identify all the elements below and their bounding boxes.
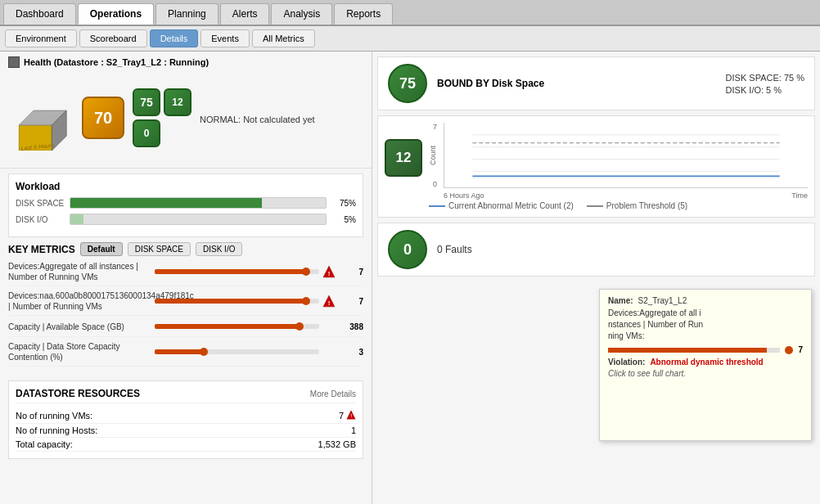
badge-12: 12 xyxy=(164,88,191,116)
x-axis-labels: 6 Hours Ago Time xyxy=(444,191,808,200)
health-section: Health (Datastore : S2_Tray1_L2 : Runnin… xyxy=(0,52,372,169)
chart-legend: Current Abnormal Metric Count (2) Proble… xyxy=(429,201,808,210)
workload-bar-fill-diskspace xyxy=(70,198,262,208)
tab-operations[interactable]: Operations xyxy=(78,3,154,25)
metric-bar-fill-0 xyxy=(155,269,306,274)
tooltip-violation-key: Violation: xyxy=(608,358,645,367)
workload-bar-fill-diskio xyxy=(70,214,83,224)
km-btn-default[interactable]: Default xyxy=(80,242,123,256)
subtab-scoreboard[interactable]: Scoreboard xyxy=(79,29,147,47)
faults-badge: 0 xyxy=(388,230,427,269)
keymetrics-title: KEY METRICS xyxy=(8,244,75,255)
metric-value-2: 388 xyxy=(339,322,363,331)
workload-section: Workload DISK SPACE 75% DISK I/O 5% xyxy=(8,173,363,237)
metric-value-0: 7 xyxy=(339,268,363,277)
metric-bar-fill-3 xyxy=(155,349,204,354)
y-max: 7 xyxy=(433,123,437,131)
tooltip-metric-line2: nstances | Number of Run xyxy=(608,320,703,329)
subtab-details[interactable]: Details xyxy=(150,29,199,47)
metric-row-0: Devices:Aggregate of all instances | Num… xyxy=(8,261,363,286)
tooltip-bar-bg xyxy=(608,348,780,353)
workload-pct-diskspace: 75% xyxy=(331,199,356,208)
chart-area: 12 7 Count 0 xyxy=(377,115,815,218)
svg-text:!: ! xyxy=(328,299,331,307)
tooltip-name-key: Name: xyxy=(608,296,633,305)
top-nav: Dashboard Operations Planning Alerts Ana… xyxy=(0,0,820,26)
keymetrics-header: KEY METRICS Default DISK SPACE DISK I/O xyxy=(8,242,363,256)
health-icon xyxy=(8,56,20,68)
subtab-events[interactable]: Events xyxy=(200,29,250,47)
score-info: BOUND BY Disk Space xyxy=(437,78,716,89)
datastore-section: DATASTORE RESOURCES More Details No of r… xyxy=(8,380,363,459)
y-label: Count xyxy=(429,146,437,165)
normal-status-text: NORMAL: Not calculated yet xyxy=(200,115,315,124)
metric-dot-2 xyxy=(295,322,304,331)
workload-bar-bg-diskspace xyxy=(70,197,327,209)
ds-val-text-0: 7 xyxy=(339,411,344,421)
faults-text: 0 Faults xyxy=(437,244,472,255)
ds-label-1: No of running Hosts: xyxy=(16,425,97,435)
sub-nav: Environment Scoreboard Details Events Al… xyxy=(0,26,820,52)
main-score-badge: 70 xyxy=(82,97,124,139)
metric-row-3: Capacity | Data Store Capacity Contentio… xyxy=(8,341,363,367)
metric-row-1: Devices:naa.600a0b8000175136000134a479f1… xyxy=(8,290,363,316)
tooltip-popup[interactable]: Name: S2_Tray1_L2 Devices:Aggregate of a… xyxy=(599,289,812,441)
ds-value-1: 1 xyxy=(351,425,356,435)
metric-bar-2 xyxy=(155,324,319,329)
subtab-environment[interactable]: Environment xyxy=(5,29,77,47)
tooltip-metric-line3: ning VMs: xyxy=(608,331,644,340)
top-score-row: 75 BOUND BY Disk Space DISK SPACE: 75 % … xyxy=(377,56,815,110)
legend-item-1: Problem Threshold (5) xyxy=(587,201,687,210)
tooltip-violation-row: Violation: Abnormal dynamic threshold xyxy=(608,358,803,367)
workload-title: Workload xyxy=(16,181,356,192)
bound-label: BOUND BY Disk Space xyxy=(437,78,716,89)
more-details-link[interactable]: More Details xyxy=(310,389,356,398)
ds-row-0: No of running VMs: 7 ! xyxy=(16,408,356,424)
tooltip-click-text[interactable]: Click to see full chart. xyxy=(608,369,803,378)
tab-reports[interactable]: Reports xyxy=(334,3,393,25)
keymetrics-section: KEY METRICS Default DISK SPACE DISK I/O … xyxy=(8,242,363,371)
metric-dot-1 xyxy=(302,297,310,305)
metric-bar-0 xyxy=(155,269,319,274)
km-btn-diskspace[interactable]: DISK SPACE xyxy=(128,242,191,256)
x-label-end: Time xyxy=(791,191,808,200)
tooltip-name-val: S2_Tray1_L2 xyxy=(638,296,687,305)
metric-bar-fill-2 xyxy=(155,324,300,329)
chart-score-12: 12 xyxy=(385,139,422,177)
side-badges: 75 12 0 xyxy=(133,88,191,147)
tab-analysis[interactable]: Analysis xyxy=(271,3,332,25)
datastore-title: DATASTORE RESOURCES xyxy=(16,388,140,399)
metric-bar-3 xyxy=(155,349,319,354)
metric-label-0: Devices:Aggregate of all instances | Num… xyxy=(8,261,151,282)
metric-label-3: Capacity | Data Store Capacity Contentio… xyxy=(8,341,151,362)
svg-text:!: ! xyxy=(328,270,331,277)
chart-plot-area: 6 Hours Ago Time xyxy=(444,123,808,200)
faults-row: 0 0 Faults xyxy=(377,223,815,277)
workload-label-diskspace: DISK SPACE xyxy=(16,199,65,208)
disk-space-label: DISK SPACE: 75 % xyxy=(726,73,804,83)
badge-0: 0 xyxy=(133,119,160,147)
x-label-start: 6 Hours Ago xyxy=(444,191,484,200)
metric-alert-2 xyxy=(322,320,336,333)
km-btn-diskio[interactable]: DISK I/O xyxy=(196,242,242,256)
metric-label-2: Capacity | Available Space (GB) xyxy=(8,322,151,332)
tab-alerts[interactable]: Alerts xyxy=(220,3,270,25)
metric-alert-0: ! xyxy=(322,265,336,278)
tooltip-metric-text: Devices:Aggregate of all i nstances | Nu… xyxy=(608,308,803,342)
ds-value-0: 7 ! xyxy=(339,410,356,421)
disk-io-label: DISK I/O: 5 % xyxy=(726,85,804,95)
main-content: Health (Datastore : S2_Tray1_L2 : Runnin… xyxy=(0,52,820,504)
metric-label-1: Devices:naa.600a0b8000175136000134a479f1… xyxy=(8,290,151,312)
tooltip-metric-line1: Devices:Aggregate of all i xyxy=(608,308,701,317)
metric-dot-3 xyxy=(200,348,208,356)
chart-badge-container: 12 xyxy=(385,123,422,177)
datastore-header: DATASTORE RESOURCES More Details xyxy=(16,388,356,403)
tooltip-dot xyxy=(785,346,793,354)
legend-line-0 xyxy=(429,205,445,207)
y-axis: 7 Count 0 xyxy=(429,123,439,188)
tab-planning[interactable]: Planning xyxy=(155,3,219,25)
legend-item-0: Current Abnormal Metric Count (2) xyxy=(429,201,574,210)
subtab-allmetrics[interactable]: All Metrics xyxy=(252,29,315,47)
tooltip-violation-val: Abnormal dynamic threshold xyxy=(650,358,763,367)
tab-dashboard[interactable]: Dashboard xyxy=(3,3,76,25)
